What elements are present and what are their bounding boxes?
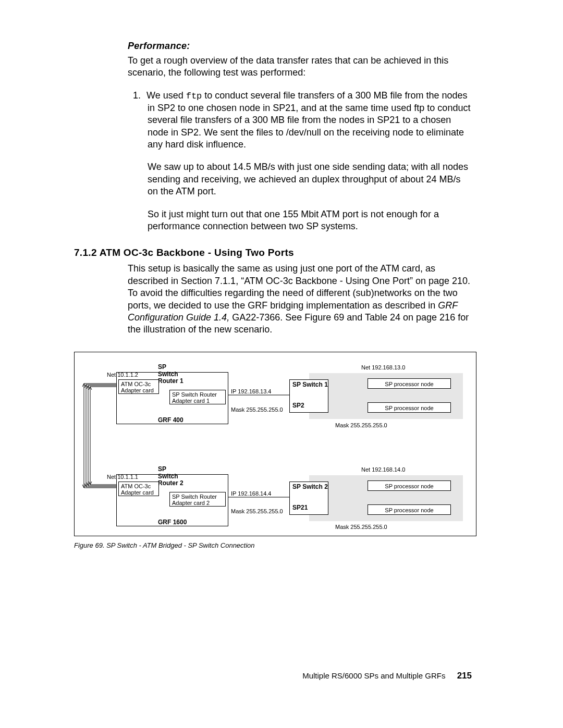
sp2-net: Net 192.168.14.0 (361, 467, 405, 473)
section-body-column: This setup is basically the same as usin… (128, 263, 473, 336)
section-body: This setup is basically the same as usin… (128, 263, 473, 336)
performance-p2: We saw up to about 14.5 MB/s with just o… (148, 161, 473, 198)
sp2-node-b: SP processor node (368, 504, 451, 515)
router-1-ip: IP 192.168.13.4 (231, 389, 271, 394)
router-1-mask: Mask 255.255.255.0 (231, 407, 283, 413)
router-1-atm-card: ATM OC-3c Adapter card (118, 379, 159, 394)
page-footer: Multiple RS/6000 SPs and Multiple GRFs 2… (0, 671, 563, 681)
page-number: 215 (457, 671, 472, 681)
figure-69: SP Switch Router 1 GRF 400 ATM OC-3c Ada… (74, 352, 476, 536)
performance-p3: So it just might turn out that one 155 M… (148, 208, 473, 233)
footer-section: Multiple RS/6000 SPs and Multiple GRFs (302, 671, 445, 680)
list-item-1: 1.We used ftp to conduct several file tr… (133, 90, 473, 151)
sp1-mask: Mask 255.255.255.0 (335, 423, 387, 428)
sp-switch-2-name: SP21 (292, 504, 308, 512)
sp-switch-2-label: SP Switch 2 (292, 484, 328, 491)
router-2-net-left: Net 10.1.1.1 (107, 474, 138, 480)
router-2-atm-card: ATM OC-3c Adapter card (118, 482, 159, 496)
sp1-net: Net 192.168.13.0 (361, 365, 405, 371)
router-2-title: SP Switch Router 2 (158, 466, 183, 487)
sp1-node-b: SP processor node (368, 402, 451, 413)
router-1-device: GRF 400 (158, 417, 183, 424)
body-column: Performance: To get a rough overview of … (128, 41, 473, 232)
performance-intro: To get a rough overview of the data tran… (128, 55, 473, 79)
router-2-ip: IP 192.168.14.4 (231, 491, 271, 497)
section-heading: 7.1.2 ATM OC-3c Backbone - Using Two Por… (74, 247, 473, 258)
sp-switch-1-label: SP Switch 1 (292, 381, 328, 389)
figure-caption: Figure 69. SP Switch - ATM Bridged - SP … (74, 541, 473, 549)
router-1-net-left: Net 10.1.1.2 (107, 372, 138, 378)
performance-heading: Performance: (128, 41, 473, 52)
router-2-device: GRF 1600 (158, 519, 187, 526)
ftp-monospace: ftp (186, 91, 202, 101)
page: Performance: To get a rough overview of … (0, 0, 563, 728)
router-2-mask: Mask 255.255.255.0 (231, 509, 283, 514)
sp-switch-1-name: SP2 (292, 402, 304, 410)
sp2-mask: Mask 255.255.255.0 (335, 524, 387, 530)
list-text-a: We used (146, 90, 186, 101)
router-1-sp-card: SP Switch Router Adapter card 1 (169, 390, 226, 404)
router-2-sp-card: SP Switch Router Adapter card 2 (169, 492, 226, 507)
router-1-title: SP Switch Router 1 (158, 364, 183, 385)
list-number: 1. (133, 90, 146, 102)
sp1-node-a: SP processor node (368, 378, 451, 389)
section-body-a: This setup is basically the same as usin… (128, 263, 470, 310)
sp2-node-a: SP processor node (368, 480, 451, 491)
